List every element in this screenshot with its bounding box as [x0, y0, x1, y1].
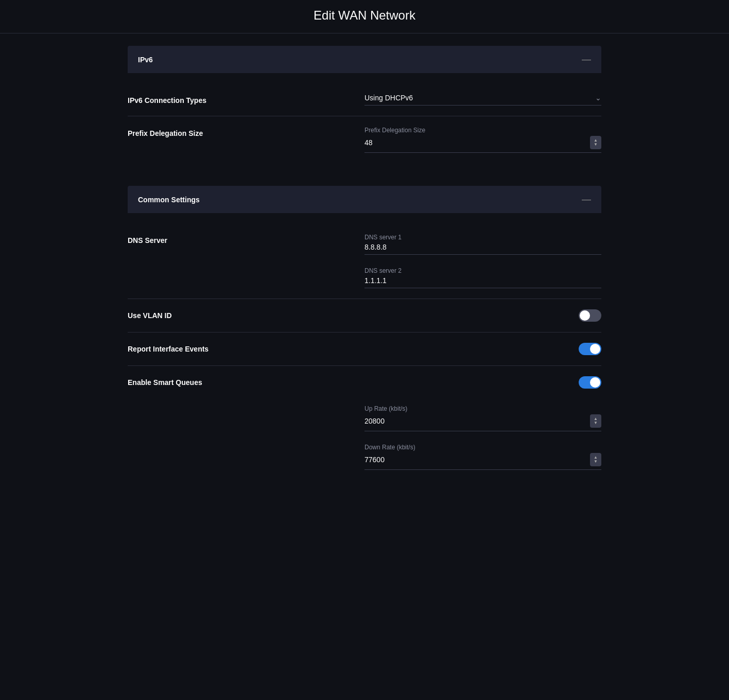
label-col-prefix-delegation: Prefix Delegation Size: [128, 127, 364, 138]
field-label-dns2: DNS server 2: [364, 267, 601, 274]
section-body-ipv6: IPv6 Connection Types Using DHCPv6 ⌄ Pre…: [128, 73, 601, 173]
down-rate-spinner[interactable]: ▲ ▼: [590, 453, 601, 466]
field-label-down-rate: Down Rate (kbit/s): [364, 444, 601, 451]
field-group-up-rate: Up Rate (kbit/s) ▲ ▼: [364, 405, 601, 431]
up-rate-input-wrapper: ▲ ▼: [364, 414, 601, 431]
field-label-dns1: DNS server 1: [364, 234, 601, 241]
label-col-ipv6-connection-types: IPv6 Connection Types: [128, 94, 364, 105]
down-rate-input-wrapper: ▲ ▼: [364, 453, 601, 470]
up-rate-input[interactable]: [364, 417, 590, 425]
section-header-ipv6: IPv6 —: [128, 46, 601, 73]
field-group-down-rate: Down Rate (kbit/s) ▲ ▼: [364, 444, 601, 470]
prefix-size-input-wrapper: ▲ ▼: [364, 136, 601, 153]
section-header-common-settings: Common Settings —: [128, 186, 601, 213]
field-label-up-rate: Up Rate (kbit/s): [364, 405, 601, 412]
toggle-row-enable-smart-queues: Enable Smart Queues: [128, 368, 601, 397]
field-group-dns2: DNS server 2: [364, 267, 601, 288]
divider-3: [128, 332, 601, 332]
section-ipv6: IPv6 — IPv6 Connection Types Using DHCPv…: [128, 46, 601, 173]
field-col-dns-server: DNS server 1 DNS server 2: [364, 234, 601, 288]
toggle-knob-report-interface-events: [590, 344, 600, 354]
toggle-enable-smart-queues[interactable]: [579, 376, 601, 389]
toggle-use-vlan-id[interactable]: [579, 309, 601, 322]
label-col-smart-queues-fields: [128, 405, 364, 407]
field-col-ipv6-connection-types: Using DHCPv6 ⌄: [364, 94, 601, 106]
page-title: Edit WAN Network: [314, 8, 415, 23]
label-use-vlan-id: Use VLAN ID: [128, 311, 172, 320]
label-prefix-delegation: Prefix Delegation Size: [128, 129, 203, 137]
up-rate-spinner[interactable]: ▲ ▼: [590, 414, 601, 428]
divider-2: [128, 299, 601, 299]
divider-4: [128, 365, 601, 366]
form-row-ipv6-connection-types: IPv6 Connection Types Using DHCPv6 ⌄: [128, 85, 601, 114]
dns1-input-wrapper: [364, 243, 601, 255]
field-group-prefix-size: Prefix Delegation Size ▲ ▼: [364, 127, 601, 153]
label-dns-server: DNS Server: [128, 236, 167, 244]
toggle-report-interface-events[interactable]: [579, 343, 601, 355]
connection-type-arrow-icon: ⌄: [595, 94, 601, 102]
label-col-dns-server: DNS Server: [128, 234, 364, 245]
section-toggle-common-settings[interactable]: —: [582, 194, 591, 205]
field-label-prefix-size: Prefix Delegation Size: [364, 127, 601, 134]
divider-1: [128, 116, 601, 116]
connection-type-select[interactable]: Using DHCPv6 ⌄: [364, 94, 601, 106]
toggle-knob-use-vlan-id: [580, 310, 590, 321]
connection-type-value: Using DHCPv6: [364, 94, 595, 102]
form-row-prefix-delegation: Prefix Delegation Size Prefix Delegation…: [128, 118, 601, 161]
dns2-input-wrapper: [364, 276, 601, 288]
toggle-knob-enable-smart-queues: [590, 377, 600, 388]
field-col-smart-queues-fields: Up Rate (kbit/s) ▲ ▼ Down Rate (kbit/s): [364, 405, 601, 470]
section-toggle-ipv6[interactable]: —: [582, 54, 591, 65]
label-enable-smart-queues: Enable Smart Queues: [128, 378, 202, 387]
prefix-size-spinner[interactable]: ▲ ▼: [590, 136, 601, 149]
field-group-dns1: DNS server 1: [364, 234, 601, 255]
field-col-prefix-delegation: Prefix Delegation Size ▲ ▼: [364, 127, 601, 153]
dns2-input[interactable]: [364, 276, 601, 285]
down-rate-input[interactable]: [364, 456, 590, 464]
label-ipv6-connection-types: IPv6 Connection Types: [128, 96, 206, 104]
prefix-size-input[interactable]: [364, 138, 590, 147]
field-group-connection-type: Using DHCPv6 ⌄: [364, 94, 601, 106]
page-header: Edit WAN Network: [0, 0, 729, 33]
toggle-row-use-vlan-id: Use VLAN ID: [128, 301, 601, 330]
section-common-settings: Common Settings — DNS Server DNS server …: [128, 186, 601, 491]
dns1-input[interactable]: [364, 243, 601, 251]
section-title-common-settings: Common Settings: [138, 196, 200, 204]
section-body-common-settings: DNS Server DNS server 1 DNS server 2: [128, 213, 601, 491]
form-row-smart-queues-fields: Up Rate (kbit/s) ▲ ▼ Down Rate (kbit/s): [128, 397, 601, 478]
section-title-ipv6: IPv6: [138, 56, 153, 64]
label-report-interface-events: Report Interface Events: [128, 345, 209, 353]
form-row-dns-server: DNS Server DNS server 1 DNS server 2: [128, 225, 601, 296]
toggle-row-report-interface-events: Report Interface Events: [128, 335, 601, 363]
